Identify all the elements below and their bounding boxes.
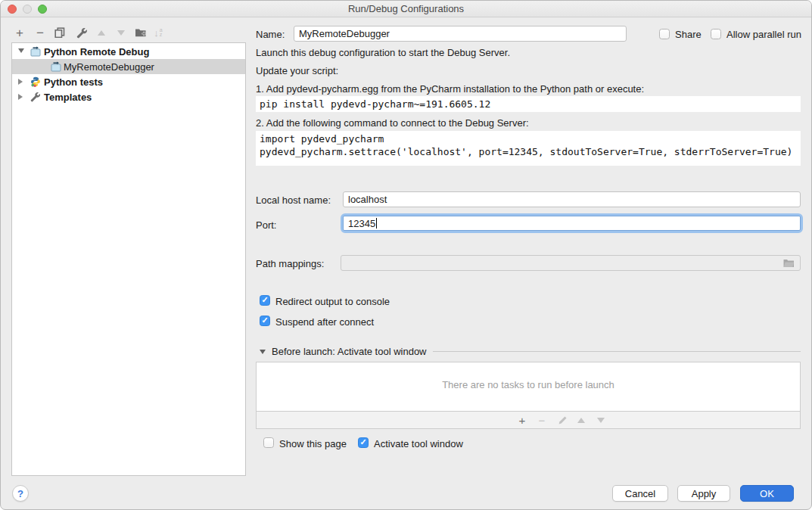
help-button[interactable]: ? xyxy=(12,485,29,502)
question-mark-icon: ? xyxy=(17,488,23,499)
cancel-button[interactable]: Cancel xyxy=(612,485,668,502)
run-debug-configurations-dialog: Run/Debug Configurations + − xyxy=(0,0,812,510)
ok-button[interactable]: OK xyxy=(740,485,794,502)
apply-button[interactable]: Apply xyxy=(677,485,730,502)
dialog-footer: ? Cancel Apply OK xyxy=(1,1,811,509)
